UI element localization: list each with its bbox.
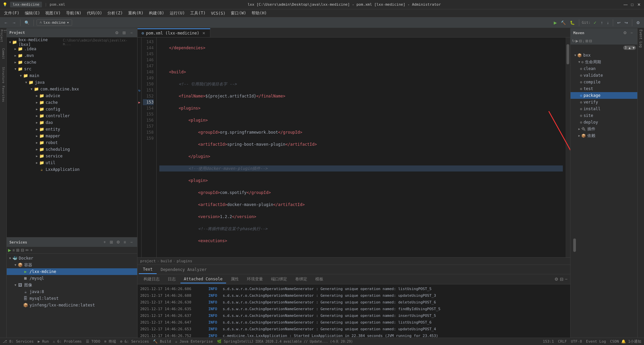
services-expand-btn[interactable]: ⊞ [16,248,19,253]
pom-tab-close[interactable]: ✕ [201,31,206,36]
menu-edit[interactable]: 编辑(E) [22,9,43,17]
tree-controller[interactable]: ▶ 📁 controller [7,113,137,119]
breadcrumb-project[interactable]: project [140,259,156,263]
redo-button[interactable]: ↪ [623,19,629,27]
status-event-log[interactable]: Event Log [586,339,606,344]
maven-test[interactable]: ⚙ test [571,85,637,92]
console-tab-attached[interactable]: Attached Console [180,275,226,283]
status-services[interactable]: ⚙ &: Services [120,339,149,344]
branch-selector[interactable]: ⑃ lxx-mdcine ▾ [37,19,72,26]
tree-entity[interactable]: ▶ 📁 entity [7,126,137,133]
tree-java8[interactable]: ▶ ☕ java:8 [7,288,137,295]
favorites-icon[interactable]: Favorites [2,86,5,99]
console-layout-btn[interactable]: ⊟ [560,277,564,282]
status-line-col[interactable]: 153:1 [543,339,554,344]
services-filter-all-btn[interactable]: ⊟ [21,248,24,253]
console-tab-log[interactable]: 日志 [164,275,179,283]
tree-cache[interactable]: ▶ 📁 cache [7,59,137,66]
tree-scheduling[interactable]: ▶ 📁 scheduling [7,146,137,153]
services-filter-btn[interactable]: ⚙ [115,239,121,245]
maven-validate[interactable]: ⚙ validate [571,72,637,79]
tree-mapper[interactable]: ▶ 📁 mapper [7,133,137,139]
build-button[interactable]: 🔨 [559,19,567,27]
tree-mysql-container[interactable]: ▶ ⏹ /mysql [7,275,137,282]
cog-button[interactable]: ⚙ [114,30,120,36]
file-tab[interactable]: pom.xml [50,2,65,7]
project-icon[interactable]: 1: Project [0,29,7,43]
status-line-ending[interactable]: CRLF [558,339,567,344]
maven-expand-btn[interactable]: ⊞ [585,39,588,43]
maven-root[interactable]: ▼ 📦 bxx [571,52,637,59]
collapse-button[interactable]: − [128,30,135,36]
project-tab[interactable]: lxx-medicine [10,2,42,7]
services-layout-btn[interactable]: ≡ [122,239,128,245]
maven-plugins-section[interactable]: ▶ 🔌 插件 [571,126,637,132]
maven-deploy[interactable]: ⚙ deploy [571,119,637,126]
tab-dependency-analyzer[interactable]: Dependency Analyzer [157,265,211,274]
console-settings-btn[interactable]: ⚙ [554,277,558,282]
tree-root[interactable]: ▼ 📁 bxx-medicine [bxx] C:\Users\admin\De… [7,39,137,46]
structure-icon[interactable]: Structure [2,67,5,80]
services-stop-btn[interactable]: ≡ [12,248,15,253]
maven-run-btn[interactable]: ▶ [576,39,578,43]
tree-idea[interactable]: ▶ 📁 .idea [7,46,137,52]
maven-install[interactable]: ⚙ install [571,106,637,112]
maven-compile[interactable]: ⚙ compile [571,79,637,85]
console-tab-properties[interactable]: 属性 [227,275,242,283]
menu-run[interactable]: 运行(U) [167,9,188,17]
status-git[interactable]: ⎇ 8: Services [3,339,34,344]
tree-dao[interactable]: ▶ 📁 dao [7,119,137,126]
console-scrollbar-area[interactable] [572,235,577,329]
console-tab-ports[interactable]: 端口绑定 [268,275,290,283]
console-tab-env[interactable]: 环境变量 [244,275,266,283]
git-checkmark-button[interactable]: ✓ [592,19,598,27]
maven-clean[interactable]: ⚙ clean [571,65,637,72]
tree-lxx-container[interactable]: ▶ ▶ /lxx-mdcine [7,268,137,275]
tree-util[interactable]: ▶ 📁 util [7,159,137,166]
minimize-button[interactable]: — [623,2,628,7]
code-content[interactable]: </dependencies> <build> <!-- 引用我们的项目名字 -… [157,38,566,257]
tree-docker[interactable]: ▼ 🐳 Docker [7,255,137,262]
menu-code[interactable]: 代码(O) [84,9,105,17]
tree-images[interactable]: ▼ 🖼 图像 [7,282,137,288]
forward-button[interactable]: → [11,19,17,27]
tree-lxxapp[interactable]: ▶ ☕ LxxApplication [7,166,137,173]
pom-xml-tab[interactable]: ⚙ pom.xml (lxx-medicine) ✕ [138,28,210,37]
commit-icon[interactable]: Commit [2,48,5,62]
tree-com-medicine[interactable]: ▼ 📁 com.medicine.bxx [7,86,137,92]
tree-mysql-image[interactable]: ▶ 🗄 mysql:latest [7,295,137,302]
menu-vcs[interactable]: VCS(S) [208,9,228,17]
menu-window[interactable]: 窗口(W) [228,9,249,17]
undo-button[interactable]: ↩ [616,19,622,27]
close-button[interactable]: ✕ [637,2,641,7]
layout-button[interactable]: ⊞ [121,30,127,36]
status-spring[interactable]: 🌿 Spring [217,339,237,344]
tree-java[interactable]: ▼ 📁 java [7,79,137,86]
tree-robot[interactable]: ▶ 📁 robot [7,139,137,146]
maven-deps-section[interactable]: ▶ 📦 依赖 [571,132,637,139]
breadcrumb-plugins[interactable]: plugins [177,259,192,263]
maven-close-btn[interactable]: − [629,30,635,36]
menu-analyze[interactable]: 分析(Z) [105,9,125,17]
status-run[interactable]: ▶ Run [38,339,49,344]
menu-refactor[interactable]: 重构(R) [125,9,146,17]
menu-file[interactable]: 文件(F) [1,9,22,17]
services-close-btn[interactable]: − [128,239,135,245]
editor-scrollbar[interactable] [566,38,570,257]
services-new-btn[interactable]: + [30,248,33,253]
maven-settings-btn[interactable]: ⚙ [622,30,628,36]
tree-service[interactable]: ▶ 📁 service [7,153,137,159]
tree-config[interactable]: ▶ 📁 config [7,106,137,113]
menu-help[interactable]: 帮助(H) [249,9,270,17]
status-problems[interactable]: ⚠ 6: Problems [53,339,82,344]
tree-cache-sub[interactable]: ▶ 📁 cache [7,99,137,106]
tree-src[interactable]: ▼ 📁 src [7,66,137,72]
search-everywhere-button[interactable]: 🔍 [23,19,31,27]
status-terminal[interactable]: ≡ 终端 [104,339,116,344]
maven-verify[interactable]: ⚙ verify [571,99,637,106]
services-edit-btn[interactable]: ✏ [25,248,29,253]
maven-download-btn[interactable]: ↓ [583,39,585,43]
tree-mvn[interactable]: ▶ 📁 .mvn [7,52,137,59]
git-pull-button[interactable]: ↓ [605,19,610,27]
maven-refresh-btn[interactable]: ↻ [572,39,575,43]
